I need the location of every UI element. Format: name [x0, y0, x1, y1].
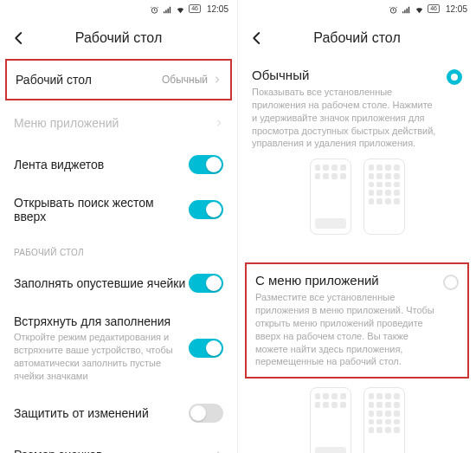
- option-app-drawer-desc: Разместите все установленные приложения …: [255, 291, 434, 368]
- home-screen-label: Рабочий стол: [16, 73, 92, 87]
- right-screen: 46 12:05 Рабочий стол Обычный Показывать…: [238, 0, 476, 453]
- swipe-search-row[interactable]: Открывать поиск жестом вверх: [0, 185, 237, 234]
- lock-layout-toggle[interactable]: [189, 404, 223, 423]
- fill-empty-label: Заполнять опустевшие ячейки: [14, 276, 185, 290]
- page-title: Рабочий стол: [0, 30, 237, 46]
- shake-toggle[interactable]: [189, 339, 223, 358]
- page-title: Рабочий стол: [238, 30, 476, 46]
- signal-icon: [402, 5, 411, 15]
- shake-desc: Откройте режим редактирования и встряхни…: [14, 331, 180, 382]
- widget-feed-toggle[interactable]: [189, 155, 223, 174]
- option-classic-desc: Показывать все установленные приложения …: [252, 86, 438, 150]
- option-classic-radio[interactable]: [447, 69, 462, 85]
- header: Рабочий стол: [238, 19, 476, 57]
- wifi-icon: [415, 5, 424, 15]
- home-screen-value: Обычный: [162, 74, 208, 86]
- section-header: РАБОЧИЙ СТОЛ: [0, 234, 237, 262]
- option-app-drawer[interactable]: С меню приложений Разместите все установ…: [245, 262, 469, 379]
- status-time: 12:05: [207, 4, 228, 14]
- network-badge: 46: [428, 4, 440, 13]
- option-app-drawer-title: С меню приложений: [255, 273, 434, 288]
- option-classic[interactable]: Обычный Показывать все установленные при…: [238, 57, 476, 257]
- app-menu-row: Меню приложений: [0, 102, 237, 144]
- signal-icon: [163, 5, 172, 15]
- chevron-right-icon: [213, 75, 222, 84]
- swipe-search-toggle[interactable]: [189, 200, 223, 219]
- network-badge: 46: [189, 4, 201, 13]
- header: Рабочий стол: [0, 19, 237, 57]
- option-app-drawer-radio[interactable]: [443, 275, 459, 290]
- alarm-icon: [389, 5, 398, 15]
- status-time: 12:05: [446, 4, 467, 14]
- status-bar: 46 12:05: [0, 0, 237, 19]
- app-drawer-mockup: [238, 384, 476, 453]
- app-menu-label: Меню приложений: [14, 116, 119, 130]
- icon-size-label: Размер значков: [14, 448, 102, 453]
- lock-layout-label: Защитить от изменений: [14, 406, 149, 420]
- swipe-search-label: Открывать поиск жестом вверх: [14, 196, 161, 223]
- widget-feed-label: Лента виджетов: [14, 158, 104, 171]
- icon-size-row[interactable]: Размер значков: [0, 434, 237, 453]
- lock-layout-row[interactable]: Защитить от изменений: [0, 392, 237, 434]
- fill-empty-toggle[interactable]: [189, 274, 223, 293]
- alarm-icon: [150, 5, 159, 15]
- shake-label: Встряхнуть для заполнения: [14, 314, 180, 328]
- home-screen-row[interactable]: Рабочий стол Обычный: [5, 59, 232, 100]
- chevron-right-icon: [215, 119, 223, 127]
- option-classic-title: Обычный: [252, 68, 438, 82]
- wifi-icon: [176, 5, 185, 15]
- shake-row[interactable]: Встряхнуть для заполнения Откройте режим…: [0, 304, 237, 392]
- status-bar: 46 12:05: [238, 0, 476, 19]
- fill-empty-row[interactable]: Заполнять опустевшие ячейки: [0, 262, 237, 304]
- widget-feed-row[interactable]: Лента виджетов: [0, 144, 237, 185]
- classic-mockup: [252, 150, 462, 247]
- left-screen: 46 12:05 Рабочий стол Рабочий стол Обычн…: [0, 0, 238, 453]
